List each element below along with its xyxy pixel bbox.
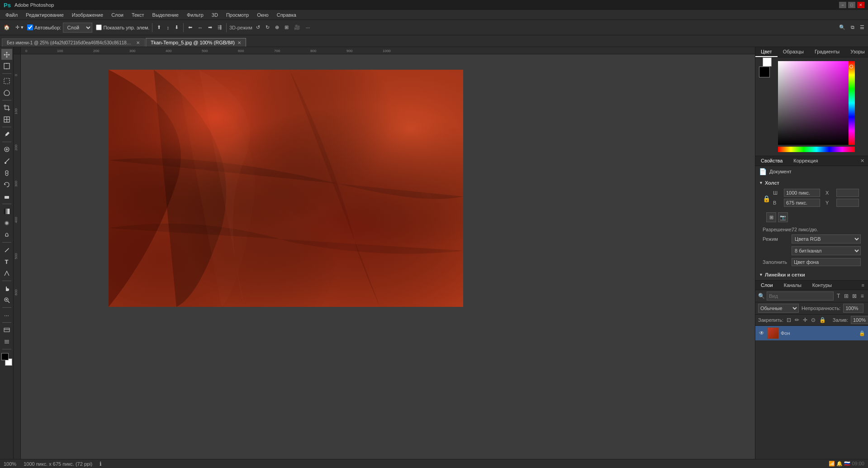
- tab-untitled[interactable]: Без имени-1 @ 25% (d4a2fd0721b5d0ea46f84…: [2, 38, 145, 47]
- layer-dropdown[interactable]: Слой Группа: [63, 23, 92, 33]
- fg-color-swatch[interactable]: [1, 353, 9, 360]
- tool-more[interactable]: ···: [1, 310, 12, 320]
- tool-history[interactable]: [1, 179, 12, 190]
- tool-artboard[interactable]: [1, 61, 12, 72]
- tool-heal[interactable]: [1, 144, 12, 155]
- layers-tool-btn4[interactable]: ≡: [859, 291, 866, 301]
- tool-zoom[interactable]: [1, 295, 12, 306]
- props-tab-properties[interactable]: Свойства: [755, 156, 788, 166]
- layer-background[interactable]: 👁 Фон 🔒: [755, 326, 868, 340]
- minimize-btn[interactable]: −: [839, 2, 846, 8]
- layers-tab-paths[interactable]: Контуры: [807, 281, 837, 290]
- workspace-btn[interactable]: ☰: [858, 22, 866, 33]
- lock-artboard-btn[interactable]: ⊙: [811, 316, 816, 324]
- close-btn[interactable]: ✕: [857, 2, 864, 8]
- maximize-btn[interactable]: □: [848, 2, 855, 8]
- color-tab-color[interactable]: Цвет: [755, 47, 778, 57]
- width-input[interactable]: [784, 189, 820, 197]
- tool-select[interactable]: [1, 76, 12, 86]
- search-btn[interactable]: 🔍: [837, 22, 847, 33]
- home-btn[interactable]: 🏠: [2, 22, 12, 33]
- opacity-input[interactable]: [843, 304, 863, 313]
- tool-move[interactable]: [1, 49, 12, 60]
- canvas-icon-btn2[interactable]: 📷: [778, 212, 788, 222]
- threed-btn2[interactable]: ↻: [264, 22, 271, 33]
- lock-position-btn[interactable]: ✛: [802, 316, 808, 324]
- canvas-icon-btn1[interactable]: ⊞: [766, 212, 776, 222]
- menu-layers[interactable]: Слои: [108, 11, 127, 19]
- tool-eraser[interactable]: [1, 191, 12, 202]
- menu-window[interactable]: Окно: [253, 11, 272, 19]
- menu-help[interactable]: Справка: [273, 11, 300, 19]
- distribute-btn[interactable]: ⇶: [216, 22, 223, 33]
- layer-vis-icon[interactable]: 👁: [758, 330, 765, 337]
- more-options-btn[interactable]: ···: [304, 22, 312, 33]
- bg-color-display[interactable]: [763, 57, 772, 67]
- tool-layers-panel[interactable]: [1, 325, 12, 335]
- menu-filter[interactable]: Фильтр: [183, 11, 207, 19]
- menu-edit[interactable]: Редактирование: [22, 11, 67, 19]
- layers-tool-btn2[interactable]: ⊞: [844, 291, 850, 301]
- autoselector-checkbox[interactable]: [27, 24, 33, 30]
- align-top-btn[interactable]: ⬆: [155, 22, 163, 33]
- tab-tkan[interactable]: Tkan-Tempo_5.jpg @ 100% (RGB/8#) ✕: [146, 38, 246, 47]
- height-input[interactable]: [784, 199, 820, 207]
- layers-search-input[interactable]: [767, 291, 834, 301]
- color-picker-handle[interactable]: [849, 65, 853, 68]
- menu-select[interactable]: Выделение: [149, 11, 182, 19]
- layers-blend-mode[interactable]: Обычные Умножение Экран: [758, 304, 799, 313]
- lock-paint-btn[interactable]: ✏: [794, 316, 800, 324]
- tab-untitled-close[interactable]: ✕: [136, 40, 140, 45]
- align-center-btn[interactable]: ↔: [196, 22, 204, 33]
- arrange-btn[interactable]: ⧉: [849, 22, 856, 33]
- threed-btn1[interactable]: ↺: [254, 22, 262, 33]
- menu-3d[interactable]: 3D: [208, 11, 222, 19]
- fill-layer-input[interactable]: [851, 316, 868, 324]
- hue-bar[interactable]: [778, 147, 855, 152]
- align-right-btn[interactable]: ➡: [206, 22, 214, 33]
- bit-depth-select[interactable]: 8 бит/канал 16 бит/канал: [792, 246, 861, 255]
- tool-properties-panel[interactable]: [1, 336, 12, 347]
- x-input[interactable]: [836, 189, 859, 197]
- canvas-image[interactable]: [109, 70, 463, 307]
- color-tab-gradients[interactable]: Градиенты: [809, 47, 845, 57]
- threed-btn3[interactable]: ⊕: [273, 22, 281, 33]
- lock-pixels-btn[interactable]: ⊡: [786, 316, 792, 324]
- props-panel-close[interactable]: ✕: [857, 156, 868, 166]
- threed-btn4[interactable]: ⊞: [283, 22, 290, 33]
- tool-lasso[interactable]: [1, 87, 12, 98]
- menu-file[interactable]: Файл: [2, 11, 21, 19]
- layers-panel-close[interactable]: ≡: [858, 281, 868, 290]
- guides-section-header[interactable]: ▼ Линейки и сетки: [759, 271, 864, 279]
- lock-all-btn[interactable]: 🔒: [819, 316, 826, 324]
- tool-brush[interactable]: [1, 156, 12, 167]
- menu-image[interactable]: Изображение: [68, 11, 107, 19]
- tool-gradient[interactable]: [1, 206, 12, 217]
- lock-proportions-icon[interactable]: 🔒: [763, 195, 770, 202]
- tool-crop[interactable]: [1, 102, 12, 113]
- fg-color-display[interactable]: [759, 67, 770, 77]
- color-tab-samples[interactable]: Образцы: [778, 47, 809, 57]
- tab-tkan-close[interactable]: ✕: [237, 40, 241, 45]
- align-mid-btn[interactable]: ↕: [165, 22, 171, 33]
- color-tab-patterns[interactable]: Узоры: [845, 47, 868, 57]
- tool-eyedropper[interactable]: [1, 129, 12, 140]
- layers-tool-btn3[interactable]: ⊠: [851, 291, 858, 301]
- status-info-icon[interactable]: ℹ: [100, 461, 102, 467]
- layers-tab-channels[interactable]: Каналы: [778, 281, 807, 290]
- spectrum-bar-vertical[interactable]: [849, 61, 855, 145]
- align-left-btn[interactable]: ⬅: [186, 22, 194, 33]
- tool-path[interactable]: [1, 268, 12, 279]
- align-bot-btn[interactable]: ⬇: [173, 22, 180, 33]
- mode-select[interactable]: Цвета RGB: [792, 234, 861, 244]
- y-input[interactable]: [836, 199, 859, 207]
- tool-dodge[interactable]: [1, 229, 12, 240]
- tool-hand[interactable]: [1, 283, 12, 294]
- layers-tool-btn1[interactable]: T: [835, 291, 842, 301]
- props-tab-correction[interactable]: Коррекция: [788, 156, 823, 166]
- canvas-section-header[interactable]: ▼ Холст: [759, 179, 864, 187]
- color-gradient-box[interactable]: [778, 61, 855, 145]
- tool-clone[interactable]: [1, 167, 12, 178]
- menu-view[interactable]: Просмотр: [223, 11, 252, 19]
- show-controls-checkbox[interactable]: [96, 24, 102, 30]
